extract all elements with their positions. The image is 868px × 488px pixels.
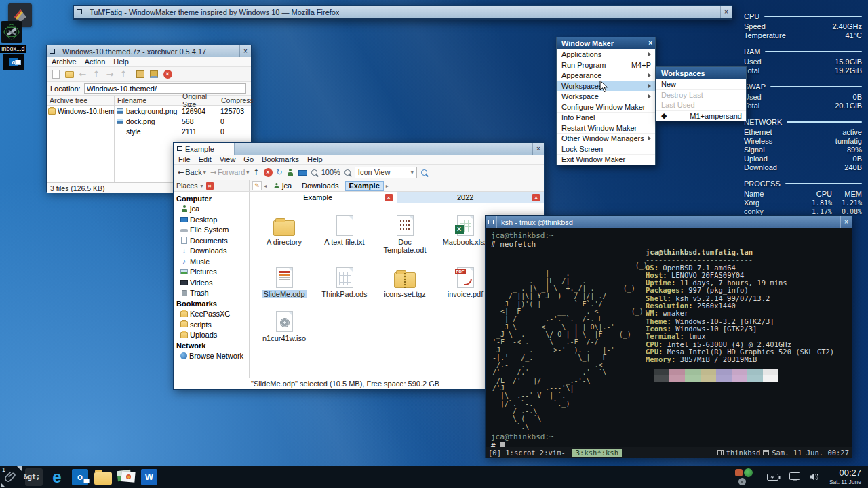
sidebar-item-pictures[interactable]: Pictures [174, 267, 249, 278]
extract-button[interactable] [135, 69, 146, 80]
up-button[interactable]: ↑ [91, 69, 102, 80]
terminal-body[interactable]: jca@thinkbsd:~ # neofetch _ (_) | . . |L… [486, 228, 852, 447]
edit-path-button[interactable]: ✎ [252, 181, 262, 190]
close-icon[interactable]: × [239, 45, 251, 57]
scroll-right-icon[interactable]: ▸ [386, 183, 389, 189]
stop-button[interactable]: × [162, 69, 173, 80]
desktop[interactable]: CPU Speed2.40GHz Temperature41°C RAM Use… [0, 0, 868, 488]
menu-bookmarks[interactable]: Bookmarks [262, 155, 299, 163]
file-item-directory[interactable]: A directory [255, 210, 313, 254]
menu-item-current-workspace[interactable]: ◆ _M1+ampersand [656, 110, 746, 121]
file-item-text[interactable]: A text file.txt [315, 210, 374, 254]
close-tab-icon[interactable]: × [385, 194, 393, 201]
keepassxc-icon[interactable] [744, 468, 753, 477]
sidebar-item-desktop[interactable]: Desktop [174, 214, 249, 225]
tree-item[interactable]: Windows-10.them [47, 106, 114, 117]
sidebar-item-videos[interactable]: Videos [174, 277, 249, 288]
menu-item-new-workspace[interactable]: New [656, 79, 746, 89]
taskbar-photos-button[interactable] [117, 468, 136, 487]
close-icon[interactable]: × [648, 39, 652, 47]
forward-button[interactable]: → [104, 69, 115, 80]
file-item-iso[interactable]: n1cur41w.iso [255, 306, 313, 342]
table-row[interactable]: background.png 126904 125703 [115, 106, 251, 116]
table-row[interactable]: style 2111 0 [115, 126, 251, 136]
up-button[interactable]: ↑ [253, 168, 259, 177]
filemanager-titlebar[interactable]: Example × [174, 143, 544, 155]
back-button[interactable]: ←Back▾ [178, 168, 206, 177]
scroll-left-icon[interactable]: ◂ [264, 183, 267, 189]
window-menu-button[interactable] [486, 216, 497, 228]
battery-icon[interactable] [767, 473, 781, 481]
breadcrumb-downloads[interactable]: Downloads [298, 181, 342, 191]
menu-titlebar[interactable]: Window Maker× [557, 37, 655, 49]
window-menu-button[interactable] [74, 6, 85, 18]
zoom-in-button[interactable] [344, 169, 351, 176]
back-button[interactable]: ← [77, 69, 88, 80]
menu-item-exit[interactable]: Exit Window Maker [557, 154, 655, 165]
menu-help[interactable]: Help [307, 155, 323, 163]
close-icon[interactable]: × [720, 6, 732, 18]
menu-view[interactable]: View [220, 155, 236, 163]
sidebar-item-music[interactable]: ♪Music [174, 256, 249, 267]
submenu-titlebar[interactable]: Workspaces [656, 67, 746, 79]
workspace-clip[interactable]: 1 [0, 466, 22, 488]
tray-app-icons[interactable] [732, 467, 758, 487]
taskbar-terminal-button[interactable]: &gt;_ [24, 468, 43, 487]
terminal-titlebar[interactable]: ksh - tmux @thinkbsd × [486, 216, 852, 228]
archive-tree-header[interactable]: Archive tree [47, 96, 114, 106]
stop-button[interactable]: × [264, 168, 273, 177]
close-icon[interactable]: × [840, 216, 852, 228]
taskbar-outlook-button[interactable]: o [71, 468, 90, 487]
sidebar-item-scripts[interactable]: scripts [174, 319, 249, 330]
sidebar-item-uploads[interactable]: Uploads [174, 330, 249, 341]
sidebar-item-browse-network[interactable]: Browse Network [174, 351, 249, 362]
home-button[interactable]: ↑ [118, 69, 129, 80]
home-button[interactable] [287, 169, 294, 176]
close-tab-icon[interactable]: × [532, 194, 540, 201]
dock-tools-tile[interactable] [1, 21, 22, 43]
menu-file[interactable]: File [178, 155, 191, 163]
tab-2022[interactable]: 2022× [397, 192, 545, 203]
breadcrumb-home[interactable]: jca [269, 181, 296, 191]
sidebar-item-downloads[interactable]: ↓Downloads [174, 246, 249, 257]
menu-item-applications[interactable]: Applications [557, 49, 655, 60]
add-files-button[interactable] [149, 69, 159, 80]
menu-item-other-wms[interactable]: Other Window Managers [557, 133, 655, 144]
tray-disc-icon[interactable] [738, 478, 746, 485]
miniwindow-body[interactable]: o [3, 54, 24, 70]
location-input[interactable] [84, 83, 246, 94]
speaker-icon[interactable] [809, 472, 819, 481]
tab-example[interactable]: Example× [250, 192, 397, 203]
window-menu-button[interactable] [174, 143, 185, 155]
col-original-size[interactable]: Original Size [180, 92, 218, 108]
breadcrumb-current[interactable]: Example [345, 181, 384, 191]
sidebar-item-trash[interactable]: Trash [174, 288, 249, 299]
new-archive-button[interactable] [50, 69, 61, 80]
table-row[interactable]: dock.png 568 0 [115, 116, 251, 126]
close-pane-button[interactable]: × [206, 182, 214, 190]
file-item-ods[interactable]: ThinkPad.ods [315, 262, 374, 298]
menu-item-lock-screen[interactable]: Lock Screen [557, 144, 655, 155]
display-icon[interactable] [789, 472, 800, 482]
miniwindow-inbox[interactable]: Inbox...d o [0, 41, 26, 70]
tray-app-icon[interactable] [735, 469, 743, 476]
col-compressed[interactable]: Compress [218, 96, 250, 104]
menu-item-appearance[interactable]: Appearance [557, 70, 655, 81]
taskbar-clock[interactable]: 00:27 Sat. 11 June [829, 468, 861, 485]
close-icon[interactable]: × [532, 143, 544, 155]
menu-action[interactable]: Action [85, 58, 106, 66]
menu-go[interactable]: Go [243, 155, 254, 163]
firefox-titlebar[interactable]: TuM'Fatig - WindowMaker theme inspired b… [74, 6, 732, 18]
taskbar-word-button[interactable]: W [140, 468, 159, 487]
sidebar-item-documents[interactable]: Documents [174, 235, 249, 246]
file-item-odt[interactable]: Doc Template.odt [376, 210, 434, 254]
view-mode-select[interactable]: Icon View▾ [355, 167, 417, 178]
open-archive-button[interactable] [64, 69, 75, 80]
menu-edit[interactable]: Edit [199, 155, 212, 163]
search-button[interactable] [421, 169, 427, 176]
menu-item-run-program[interactable]: Run ProgramM4+P [557, 60, 655, 70]
file-item-odp-selected[interactable]: SlideMe.odp [255, 262, 313, 298]
menu-archive[interactable]: Archive [52, 58, 77, 66]
menu-item-restart[interactable]: Restart Window Maker [557, 123, 655, 134]
menu-item-info-panel[interactable]: Info Panel [557, 112, 655, 123]
